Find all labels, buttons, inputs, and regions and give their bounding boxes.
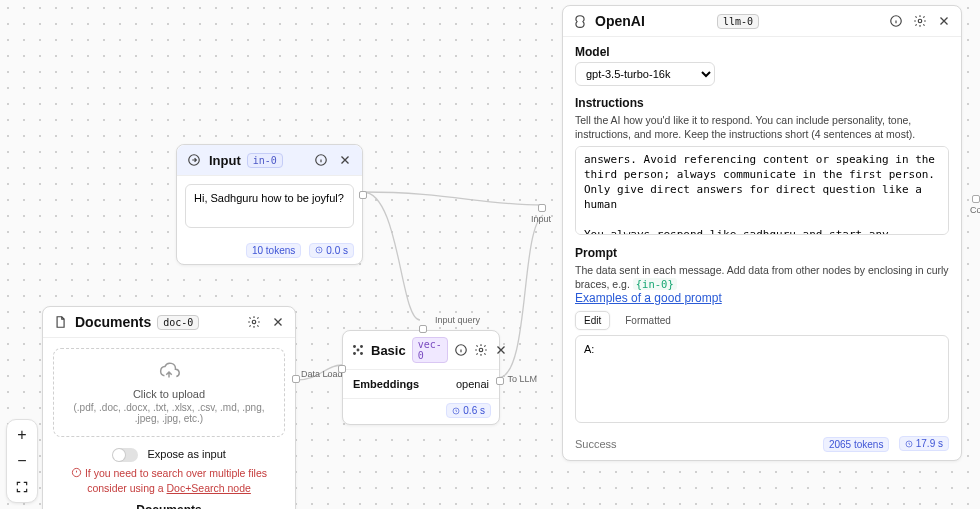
input-textarea[interactable]: Hi, Sadhguru how to be joyful? (185, 184, 354, 228)
node-title: OpenAI (595, 13, 711, 29)
port-label-out: To LLM (507, 374, 537, 384)
multi-file-warning: If you need to search over multiple file… (53, 466, 285, 495)
node-title: Input (209, 153, 241, 168)
gear-icon[interactable] (474, 341, 488, 359)
embeddings-value: openai (456, 378, 489, 390)
model-label: Model (575, 45, 949, 59)
upload-dropzone[interactable]: Click to upload (.pdf, .doc, .docx, .txt… (53, 348, 285, 437)
instructions-textarea[interactable]: answers. Avoid referencing content or sp… (575, 146, 949, 234)
info-icon[interactable] (454, 341, 468, 359)
output-port[interactable] (496, 377, 504, 385)
time-pill: 17.9 s (899, 436, 949, 451)
node-title: Documents (75, 314, 151, 330)
output-port[interactable] (292, 375, 300, 383)
gear-icon[interactable] (911, 12, 929, 30)
input-port-loader[interactable] (338, 365, 346, 373)
svg-point-7 (354, 353, 356, 355)
node-title: Basic (371, 343, 406, 358)
expose-toggle[interactable] (112, 448, 138, 462)
node-id-chip: doc-0 (157, 315, 199, 330)
close-icon[interactable] (269, 313, 287, 331)
embeddings-label: Embeddings (353, 378, 419, 390)
tab-edit[interactable]: Edit (575, 311, 610, 330)
node-id-chip: in-0 (247, 153, 283, 168)
fullscreen-button[interactable] (11, 476, 33, 498)
svg-point-3 (252, 320, 256, 324)
vector-icon (351, 341, 365, 359)
output-port[interactable] (359, 191, 367, 199)
node-id-chip: vec-0 (412, 337, 448, 363)
doc-search-link[interactable]: Doc+Search node (167, 482, 251, 494)
node-id-chip: llm-0 (717, 14, 759, 29)
upload-label: Click to upload (62, 388, 276, 400)
input-port-query[interactable] (419, 325, 427, 333)
time-pill: 0.0 s (309, 243, 354, 258)
prompt-label: Prompt (575, 246, 949, 260)
svg-point-9 (357, 349, 359, 351)
close-icon[interactable] (494, 341, 508, 359)
tab-formatted[interactable]: Formatted (616, 311, 680, 330)
zoom-toolbox: + − (6, 419, 38, 503)
input-port[interactable] (538, 204, 546, 212)
svg-point-11 (479, 348, 483, 352)
document-icon (51, 313, 69, 331)
gear-icon[interactable] (245, 313, 263, 331)
port-label-in: Input query (435, 315, 480, 325)
model-select[interactable]: gpt-3.5-turbo-16k (575, 62, 715, 86)
zoom-out-button[interactable]: − (11, 450, 33, 472)
zoom-in-button[interactable]: + (11, 424, 33, 446)
openai-output-port[interactable]: Co (970, 195, 980, 221)
documents-heading: Documents (53, 503, 285, 509)
openai-node[interactable]: OpenAI llm-0 Model gpt-3.5-turbo-16k Ins… (562, 5, 962, 461)
status-text: Success (575, 438, 617, 450)
info-icon[interactable] (312, 151, 330, 169)
svg-point-5 (354, 346, 356, 348)
port-label-in: Input (531, 214, 551, 224)
input-icon (185, 151, 203, 169)
svg-point-14 (918, 19, 922, 23)
canvas[interactable]: Input in-0 Hi, Sadhguru how to be joyful… (0, 0, 980, 509)
port-label: Data Loader (301, 369, 331, 380)
prompt-hint: The data sent in each message. Add data … (575, 263, 949, 291)
basic-node[interactable]: Basic vec-0 Embeddings openai 0.6 s Inpu… (342, 330, 500, 425)
prompt-examples-link[interactable]: Examples of a good prompt (575, 291, 722, 305)
svg-point-8 (361, 353, 363, 355)
instructions-hint: Tell the AI how you'd like it to respond… (575, 113, 949, 141)
info-icon[interactable] (887, 12, 905, 30)
instructions-label: Instructions (575, 96, 949, 110)
tokens-pill: 2065 tokens (823, 437, 890, 452)
documents-node[interactable]: Documents doc-0 Click to upload (.pdf, .… (42, 306, 296, 509)
input-node[interactable]: Input in-0 Hi, Sadhguru how to be joyful… (176, 144, 363, 265)
svg-point-6 (361, 346, 363, 348)
prompt-textarea[interactable]: A: (575, 335, 949, 423)
expose-label: Expose as input (148, 448, 226, 460)
upload-hint: (.pdf, .doc, .docx, .txt, .xlsx, .csv, .… (62, 402, 276, 424)
close-icon[interactable] (336, 151, 354, 169)
time-pill: 0.6 s (446, 403, 491, 418)
tokens-pill: 10 tokens (246, 243, 301, 258)
openai-icon (571, 12, 589, 30)
close-icon[interactable] (935, 12, 953, 30)
